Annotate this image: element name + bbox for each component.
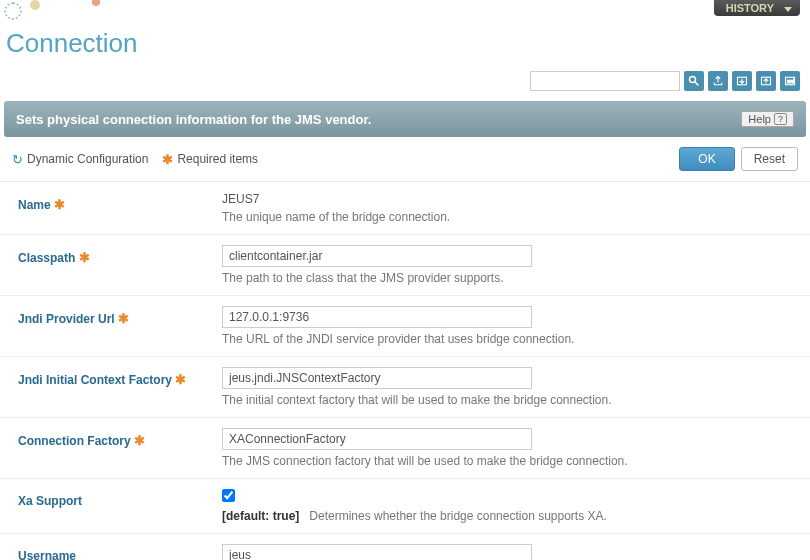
required-legend: ✱ Required items xyxy=(162,152,258,167)
xml-export-icon[interactable] xyxy=(756,71,776,91)
top-decoration: HISTORY xyxy=(0,0,810,24)
page-title: Connection xyxy=(0,24,810,67)
description-banner: Sets physical connection information for… xyxy=(4,101,806,137)
conn-factory-label: Connection Factory ✱ xyxy=(0,418,210,478)
jndi-factory-label: Jndi Initial Context Factory ✱ xyxy=(0,357,210,417)
username-label: Username xyxy=(0,534,210,560)
refresh-icon: ↻ xyxy=(12,152,23,167)
xa-checkbox[interactable] xyxy=(222,489,235,502)
banner-text: Sets physical connection information for… xyxy=(16,112,371,127)
conn-factory-desc: The JMS connection factory that will be … xyxy=(222,454,798,468)
xml-view-icon[interactable]: xml xyxy=(780,71,800,91)
classpath-desc: The path to the class that the JMS provi… xyxy=(222,271,798,285)
reset-button[interactable]: Reset xyxy=(741,147,798,171)
export-icon[interactable] xyxy=(708,71,728,91)
svg-line-1 xyxy=(695,82,699,86)
username-input[interactable] xyxy=(222,544,532,560)
form-table: Name ✱ JEUS7 The unique name of the brid… xyxy=(0,182,810,560)
jndi-factory-desc: The initial context factory that will be… xyxy=(222,393,798,407)
required-star-icon: ✱ xyxy=(162,152,173,167)
classpath-input[interactable] xyxy=(222,245,532,267)
svg-text:xml: xml xyxy=(787,79,794,84)
xa-label: Xa Support xyxy=(0,479,210,533)
search-toolbar: xml xyxy=(0,67,810,101)
conn-factory-input[interactable] xyxy=(222,428,532,450)
classpath-label: Classpath ✱ xyxy=(0,235,210,295)
search-input[interactable] xyxy=(530,71,680,91)
xml-import-icon[interactable] xyxy=(732,71,752,91)
search-icon[interactable] xyxy=(684,71,704,91)
jndi-factory-input[interactable] xyxy=(222,367,532,389)
jndi-url-input[interactable] xyxy=(222,306,532,328)
history-dropdown[interactable]: HISTORY xyxy=(714,0,800,16)
name-value: JEUS7 xyxy=(222,192,798,206)
help-button[interactable]: Help ? xyxy=(741,111,794,127)
help-icon: ? xyxy=(774,113,787,125)
svg-point-0 xyxy=(690,77,696,83)
xa-desc: [default: true] Determines whether the b… xyxy=(222,509,798,523)
jndi-url-label: Jndi Provider Url ✱ xyxy=(0,296,210,356)
name-label: Name ✱ xyxy=(0,182,210,234)
dynamic-config-legend: ↻ Dynamic Configuration xyxy=(12,152,148,167)
name-desc: The unique name of the bridge connection… xyxy=(222,210,798,224)
jndi-url-desc: The URL of the JNDI service provider tha… xyxy=(222,332,798,346)
ok-button[interactable]: OK xyxy=(679,147,734,171)
legend-row: ↻ Dynamic Configuration ✱ Required items… xyxy=(0,137,810,182)
